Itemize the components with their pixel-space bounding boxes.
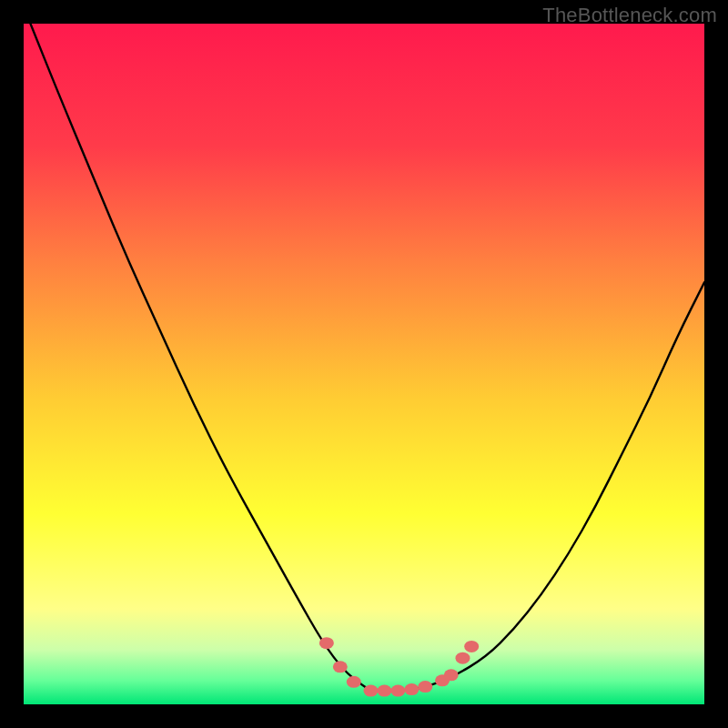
marker-dot — [404, 683, 419, 695]
marker-dot — [377, 685, 391, 697]
plot-area — [24, 24, 704, 704]
marker-dot — [444, 669, 459, 681]
marker-dot — [390, 685, 405, 697]
chart-svg — [24, 24, 704, 704]
marker-dot — [418, 681, 432, 693]
marker-dot — [363, 685, 378, 697]
gradient-rect — [24, 24, 704, 704]
outer-frame: TheBottleneck.com — [0, 0, 728, 728]
marker-dot — [347, 676, 361, 688]
marker-dot — [319, 637, 334, 649]
marker-dot — [464, 641, 479, 652]
marker-dot — [455, 652, 470, 664]
watermark-text: TheBottleneck.com — [542, 4, 717, 27]
marker-dot — [333, 661, 348, 672]
